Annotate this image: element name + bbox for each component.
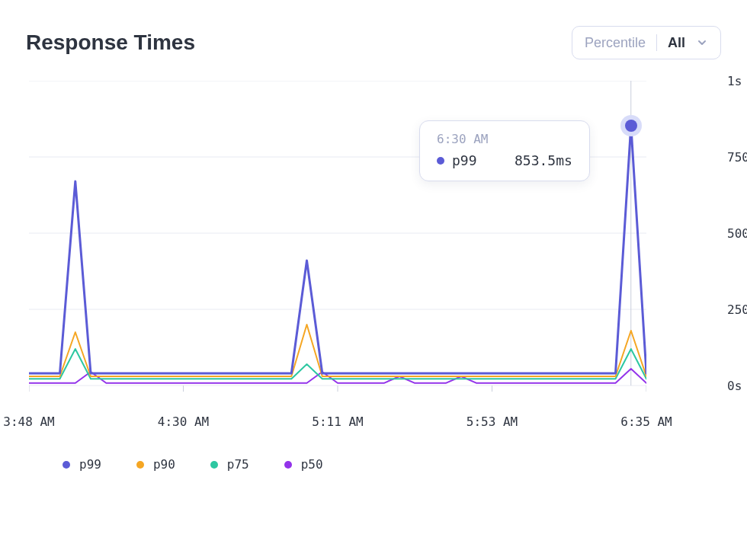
percentile-selector[interactable]: Percentile All: [572, 26, 721, 59]
legend-label: p90: [153, 457, 175, 472]
legend-dot: [210, 461, 218, 469]
legend-item-p90[interactable]: p90: [136, 457, 175, 472]
x-axis-label: 4:30 AM: [158, 414, 209, 429]
legend-label: p50: [301, 457, 323, 472]
chart-wrapper: 1s750ms500ms250ms0s 6:30 AM p99 853.5ms …: [29, 81, 721, 408]
y-axis-label: 250ms: [727, 302, 747, 317]
tooltip-series-dot: [437, 157, 444, 165]
y-axis-label: 500ms: [727, 226, 747, 241]
selector-value: All: [668, 35, 685, 51]
chart-tooltip: 6:30 AM p99 853.5ms: [419, 120, 590, 181]
tooltip-time: 6:30 AM: [437, 132, 572, 146]
tooltip-series-name: p99: [452, 152, 489, 168]
chart-legend: p99p90p75p50: [63, 457, 323, 472]
x-axis-label: 6:35 AM: [620, 414, 672, 429]
chevron-down-icon: [696, 37, 708, 49]
tooltip-row: p99 853.5ms: [437, 152, 572, 168]
legend-label: p75: [227, 457, 249, 472]
legend-dot: [136, 461, 144, 469]
x-axis-label: 5:53 AM: [466, 414, 518, 429]
response-times-panel: Response Times Percentile All 1s750ms500…: [0, 0, 747, 408]
legend-label: p99: [79, 457, 101, 472]
legend-item-p50[interactable]: p50: [284, 457, 323, 472]
y-axis-label: 0s: [727, 379, 742, 393]
y-axis-label: 750ms: [727, 150, 747, 165]
selector-divider: [656, 34, 657, 51]
legend-dot: [284, 461, 292, 469]
legend-item-p99[interactable]: p99: [63, 457, 101, 472]
selector-label: Percentile: [585, 35, 646, 51]
chart-area[interactable]: 1s750ms500ms250ms0s 6:30 AM p99 853.5ms: [29, 81, 724, 408]
x-axis-label: 5:11 AM: [312, 414, 363, 429]
panel-title: Response Times: [26, 30, 195, 55]
panel-header: Response Times Percentile All: [26, 26, 721, 59]
legend-dot: [63, 461, 70, 469]
y-axis-label: 1s: [727, 74, 742, 88]
tooltip-value: 853.5ms: [515, 152, 572, 168]
highlight-marker[interactable]: [620, 115, 642, 136]
highlight-marker-dot: [625, 120, 637, 132]
y-axis: 1s750ms500ms250ms0s: [727, 81, 747, 386]
legend-item-p75[interactable]: p75: [210, 457, 249, 472]
x-axis-label: 3:48 AM: [3, 414, 54, 429]
